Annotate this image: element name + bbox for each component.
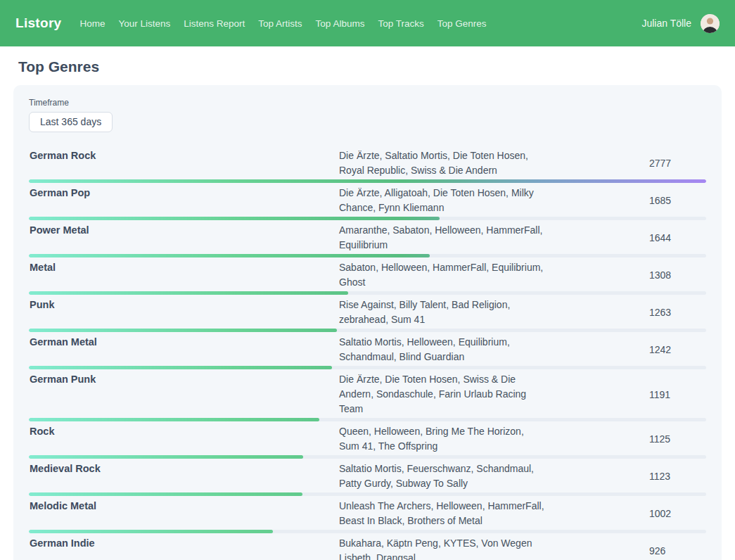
genre-artists: Die Ärzte, Saltatio Mortis, Die Toten Ho… xyxy=(339,148,544,178)
brand-logo[interactable]: Listory xyxy=(15,15,61,31)
genre-artists: Saltatio Mortis, Helloween, Equilibrium,… xyxy=(339,335,544,364)
genre-name: Metal xyxy=(29,260,339,290)
genre-row: German Rock Die Ärzte, Saltatio Mortis, … xyxy=(29,146,706,183)
genre-count: 2777 xyxy=(544,158,706,169)
genre-bar-track xyxy=(29,217,706,220)
user-name: Julian Tölle xyxy=(641,18,691,29)
nav-link-top-artists[interactable]: Top Artists xyxy=(258,18,302,29)
genre-bar xyxy=(29,291,348,295)
genre-count: 1685 xyxy=(544,195,706,206)
nav-link-home[interactable]: Home xyxy=(79,18,105,29)
genre-bar-track xyxy=(29,179,706,183)
nav-link-top-genres[interactable]: Top Genres xyxy=(437,18,487,29)
genre-count: 1125 xyxy=(544,433,706,445)
genre-name: German Pop xyxy=(29,186,339,215)
genre-bar xyxy=(29,329,337,332)
genre-artists: Queen, Helloween, Bring Me The Horizon, … xyxy=(339,424,544,454)
genre-artists: Saltatio Mortis, Feuerschwanz, Schandmau… xyxy=(339,462,544,491)
genre-bar-track xyxy=(29,492,706,496)
nav-link-your-listens[interactable]: Your Listens xyxy=(118,18,170,29)
timeframe-label: Timeframe xyxy=(29,98,706,108)
genre-row: German Metal Saltatio Mortis, Helloween,… xyxy=(29,332,706,369)
genre-count: 1308 xyxy=(544,269,706,281)
genre-bar-track xyxy=(29,291,706,295)
genres-table: German Rock Die Ärzte, Saltatio Mortis, … xyxy=(29,146,706,560)
genre-bar-track xyxy=(29,418,706,421)
genre-bar-track xyxy=(29,455,706,459)
genre-name: Punk xyxy=(29,298,339,327)
genre-bar xyxy=(29,455,303,459)
genre-name: Medieval Rock xyxy=(29,462,339,491)
nav-link-top-tracks[interactable]: Top Tracks xyxy=(378,18,423,29)
genre-count: 1191 xyxy=(544,389,706,400)
genre-name: Rock xyxy=(29,424,339,454)
genre-bar-track xyxy=(29,329,706,332)
nav-links: Home Your Listens Listens Report Top Art… xyxy=(79,18,641,29)
genre-row: Medieval Rock Saltatio Mortis, Feuerschw… xyxy=(29,459,706,496)
timeframe-filter: Timeframe Last 365 days xyxy=(29,98,706,132)
genre-bar xyxy=(29,179,706,183)
genre-row: Rock Queen, Helloween, Bring Me The Hori… xyxy=(29,421,706,459)
top-nav: Listory Home Your Listens Listens Report… xyxy=(0,0,735,46)
genre-bar-track xyxy=(29,366,706,369)
genre-bar-track xyxy=(29,254,706,257)
genre-name: German Indie xyxy=(29,536,339,560)
nav-link-listens-report[interactable]: Listens Report xyxy=(184,18,245,29)
genre-row: German Pop Die Ärzte, Alligatoah, Die To… xyxy=(29,183,706,220)
nav-user[interactable]: Julian Tölle xyxy=(641,14,720,33)
genre-bar xyxy=(29,492,302,496)
genre-row: Power Metal Amaranthe, Sabaton, Hellowee… xyxy=(29,220,706,257)
main-content: Top Genres Timeframe Last 365 days Germa… xyxy=(0,46,735,560)
genre-name: Melodic Metal xyxy=(29,499,339,528)
genre-artists: Die Ärzte, Alligatoah, Die Toten Hosen, … xyxy=(339,186,544,215)
genre-artists: Amaranthe, Sabaton, Helloween, HammerFal… xyxy=(339,223,544,253)
timeframe-select[interactable]: Last 365 days xyxy=(29,112,113,132)
user-avatar-image xyxy=(701,14,720,33)
genre-bar-track xyxy=(29,530,706,533)
genre-artists: Sabaton, Helloween, HammerFall, Equilibr… xyxy=(339,260,544,290)
genre-row: Melodic Metal Unleash The Archers, Hello… xyxy=(29,496,706,533)
genre-count: 1242 xyxy=(544,344,706,355)
genre-row: German Indie Bukahara, Käptn Peng, KYTES… xyxy=(29,533,706,560)
genre-bar xyxy=(29,418,319,421)
genre-bar xyxy=(29,217,440,220)
genre-count: 926 xyxy=(544,545,706,556)
genre-artists: Die Ärzte, Die Toten Hosen, Swiss & Die … xyxy=(339,372,544,416)
genre-count: 1002 xyxy=(544,508,706,519)
genre-name: German Rock xyxy=(29,148,339,178)
genre-artists: Bukahara, Käptn Peng, KYTES, Von Wegen L… xyxy=(339,536,544,560)
genre-artists: Unleash The Archers, Helloween, HammerFa… xyxy=(339,499,544,528)
genre-bar xyxy=(29,530,273,533)
genre-row: Metal Sabaton, Helloween, HammerFall, Eq… xyxy=(29,257,706,295)
genre-count: 1644 xyxy=(544,232,706,243)
genre-bar xyxy=(29,366,332,369)
genre-name: German Metal xyxy=(29,335,339,364)
genre-row: Punk Rise Against, Billy Talent, Bad Rel… xyxy=(29,295,706,332)
genre-name: German Punk xyxy=(29,372,339,416)
user-avatar[interactable] xyxy=(701,14,720,33)
genre-bar xyxy=(29,254,430,257)
genre-name: Power Metal xyxy=(29,223,339,253)
genre-count: 1123 xyxy=(544,471,706,482)
genre-artists: Rise Against, Billy Talent, Bad Religion… xyxy=(339,298,544,327)
genres-card: Timeframe Last 365 days German Rock Die … xyxy=(13,85,722,560)
page-title: Top Genres xyxy=(18,58,722,75)
genre-count: 1263 xyxy=(544,307,706,318)
nav-link-top-albums[interactable]: Top Albums xyxy=(316,18,365,29)
genre-row: German Punk Die Ärzte, Die Toten Hosen, … xyxy=(29,369,706,421)
